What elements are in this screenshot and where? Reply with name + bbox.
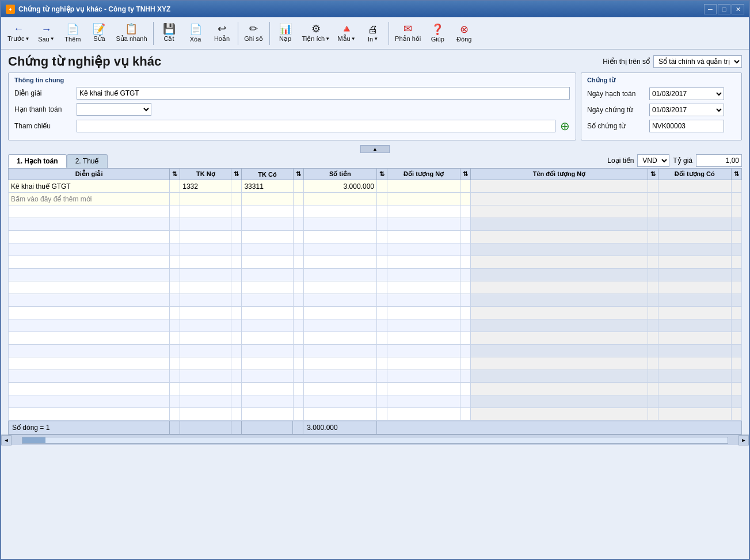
titlebar: ♦ Chứng từ nghiệp vụ khác - Công ty TNHH… xyxy=(1,1,749,17)
feedback-button[interactable]: ✉ Phản hồi xyxy=(392,20,424,47)
loai-tien-label: Loại tiền xyxy=(607,157,634,165)
edit-icon: 📝 xyxy=(93,24,105,34)
loai-tien-select[interactable]: VND USD EUR xyxy=(637,154,669,167)
print-button[interactable]: 🖨 In ▼ xyxy=(360,20,386,47)
save-button[interactable]: 💾 Cất xyxy=(157,20,182,47)
chung-tu-title: Chứng từ xyxy=(587,77,736,84)
scroll-left-button[interactable]: ◄ xyxy=(1,435,12,445)
cell-add-so-tien xyxy=(303,193,376,205)
template-button[interactable]: 🔺 Mẫu ▼ xyxy=(334,20,359,47)
add-label: Thêm xyxy=(64,36,81,43)
template-icon: 🔺 xyxy=(340,24,353,34)
ngay-hach-toan-select[interactable]: 01/03/2017 xyxy=(649,87,724,100)
maximize-button[interactable]: □ xyxy=(718,4,730,14)
help-button[interactable]: ❓ Giúp xyxy=(425,20,450,47)
tab-hach-toan[interactable]: 1. Hạch toán xyxy=(8,154,67,168)
cell-ten-doi-tuong-no-icon[interactable] xyxy=(648,180,658,193)
table-row xyxy=(9,218,742,231)
so-chung-tu-label: Số chứng từ xyxy=(587,122,645,130)
col-doi-tuong-co-sort[interactable]: ⇅ xyxy=(732,169,742,180)
cancel-label: Hoản xyxy=(214,35,230,43)
delete-button[interactable]: 📄 Xóa xyxy=(183,20,208,47)
display-select[interactable]: Sổ tài chính và quản trị Sổ tài chính Sổ… xyxy=(653,55,742,68)
scroll-indicator: ▲ xyxy=(1,144,749,154)
horizontal-scrollbar: ◄ ► xyxy=(1,435,749,445)
col-tk-co-sort[interactable]: ⇅ xyxy=(293,169,303,180)
cell-so-tien-icon[interactable] xyxy=(377,180,387,193)
scroll-thumb[interactable] xyxy=(22,437,45,443)
so-chung-tu-input[interactable] xyxy=(649,120,724,132)
cell-add-doi-tuong-co xyxy=(658,193,731,205)
cell-doi-tuong-co-icon[interactable] xyxy=(732,180,742,193)
table-row xyxy=(9,269,742,281)
cell-add-tk-no xyxy=(180,193,231,205)
cell-add-tk-co-icon xyxy=(293,193,303,205)
forward-button[interactable]: → Sau ▼ xyxy=(33,20,59,47)
cell-tk-no-icon[interactable] xyxy=(231,180,242,193)
tab-hach-toan-label: 1. Hạch toán xyxy=(17,157,58,165)
post-button[interactable]: ✏ Ghi số xyxy=(241,20,267,47)
post-icon: ✏ xyxy=(249,24,258,34)
save-icon: 💾 xyxy=(163,24,176,34)
col-so-tien-sort[interactable]: ⇅ xyxy=(377,169,387,180)
table-row xyxy=(9,370,742,383)
page-header: Chứng từ nghiệp vụ khác Hiển thị trên sổ… xyxy=(1,49,749,73)
col-so-tien: Số tiền xyxy=(303,169,376,180)
display-option: Hiển thị trên sổ Sổ tài chính và quản tr… xyxy=(603,55,742,68)
cell-tk-no: 1332 xyxy=(180,180,231,193)
print-icon: 🖨 xyxy=(368,24,378,35)
utility-button[interactable]: ⚙ Tiện ích ▼ xyxy=(299,20,333,47)
tham-chieu-add-button[interactable]: ⊕ xyxy=(560,119,570,133)
add-button[interactable]: 📄 Thêm xyxy=(60,20,85,47)
help-label: Giúp xyxy=(431,36,444,43)
ngay-chung-tu-row: Ngày chứng từ 01/03/2017 xyxy=(587,104,736,116)
cell-tk-co-icon[interactable] xyxy=(293,180,303,193)
cell-add-doi-tuong-no xyxy=(387,193,460,205)
close-button[interactable]: ✕ xyxy=(732,4,744,14)
ty-gia-label: Tỷ giá xyxy=(673,157,692,165)
col-doi-tuong-no-sort[interactable]: ⇅ xyxy=(460,169,471,180)
titlebar-controls: ─ □ ✕ xyxy=(704,4,744,14)
edit-button[interactable]: 📝 Sửa xyxy=(86,20,112,47)
tham-chieu-input[interactable] xyxy=(77,120,555,132)
cancel-button[interactable]: ↩ Hoản xyxy=(210,20,235,47)
print-label: In xyxy=(368,36,373,43)
forward-icon: → xyxy=(41,24,51,35)
tabs-row: 1. Hạch toán 2. Thuế Loại tiền VND USD E… xyxy=(8,154,742,168)
minimize-button[interactable]: ─ xyxy=(704,4,717,14)
quick-edit-button[interactable]: 📋 Sửa nhanh xyxy=(113,20,150,47)
add-new-row[interactable]: Bấm vào đây để thêm mới xyxy=(9,193,742,205)
scroll-right-button[interactable]: ► xyxy=(738,435,749,445)
col-dien-giai-sort[interactable]: ⇅ xyxy=(170,169,180,180)
quick-edit-icon: 📋 xyxy=(125,24,138,34)
dien-giai-input[interactable] xyxy=(77,87,570,100)
table-row xyxy=(9,357,742,370)
cell-add-tk-no-icon xyxy=(231,193,242,205)
ty-gia-input[interactable] xyxy=(696,154,742,167)
tab-thue[interactable]: 2. Thuế xyxy=(67,154,108,168)
load-button[interactable]: 📊 Nạp xyxy=(273,20,298,47)
scroll-collapse-button[interactable]: ▲ xyxy=(360,145,390,153)
titlebar-title: Chứng từ nghiệp vụ khác - Công ty TNHH X… xyxy=(18,5,170,13)
scroll-track[interactable] xyxy=(22,437,728,444)
table-row xyxy=(9,205,742,218)
tabs: 1. Hạch toán 2. Thuế xyxy=(8,154,108,168)
ngay-chung-tu-select[interactable]: 01/03/2017 xyxy=(649,104,724,116)
col-dien-giai: Diễn giải xyxy=(9,169,170,180)
cell-add-ten-icon xyxy=(648,193,658,205)
load-label: Nạp xyxy=(279,35,291,43)
col-ten-doi-tuong-no-sort[interactable]: ⇅ xyxy=(648,169,658,180)
thong-tin-chung-section: Thông tin chung Diễn giải Hạn thanh toán… xyxy=(8,73,576,140)
separator-3 xyxy=(269,22,270,45)
cell-dien-giai-icon[interactable] xyxy=(170,180,180,193)
close-window-button[interactable]: ⊗ Đóng xyxy=(451,20,477,47)
col-tk-no-sort[interactable]: ⇅ xyxy=(231,169,242,180)
cell-doi-tuong-no-icon[interactable] xyxy=(460,180,471,193)
table-row xyxy=(9,395,742,408)
table-row[interactable]: Kê khai thuế GTGT 1332 33311 3.000.000 xyxy=(9,180,742,193)
cell-doi-tuong-no xyxy=(387,180,460,193)
han-thanh-toan-select[interactable] xyxy=(77,103,151,116)
cell-add-icon xyxy=(170,193,180,205)
back-button[interactable]: ← Trước ▼ xyxy=(5,20,32,47)
save-label: Cất xyxy=(164,35,174,43)
